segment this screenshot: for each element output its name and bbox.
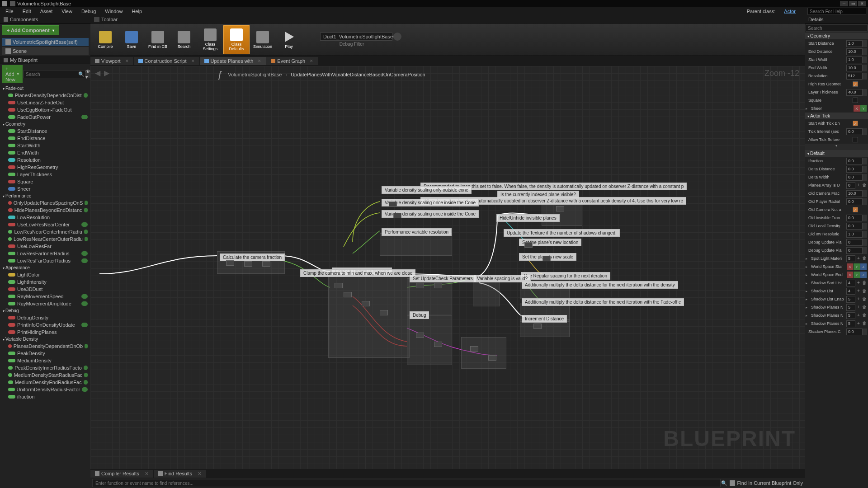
details-tab[interactable]: Details [805, 15, 868, 23]
details-value-input[interactable]: 0.0 [846, 198, 863, 205]
variable-item[interactable]: LowResNearCenterInnerRadiu [1, 228, 90, 235]
find-input[interactable] [92, 479, 721, 487]
spinner-icon[interactable] [863, 239, 867, 246]
tab-close-icon[interactable]: ✕ [310, 59, 313, 63]
variable-item[interactable]: OnlyUpdatePlanesSpacingOnS [1, 199, 90, 206]
variable-item[interactable]: EndWidth [1, 149, 90, 156]
var-visible-icon[interactable] [81, 251, 88, 256]
var-visible-icon[interactable] [84, 373, 88, 377]
var-visible-icon[interactable] [85, 344, 88, 348]
components-tab[interactable]: Components [0, 15, 90, 23]
find-search-icon[interactable]: 🔍 [721, 479, 728, 487]
spinner-icon[interactable] [863, 215, 867, 221]
window-minimize-icon[interactable]: ─ [840, 1, 848, 6]
myblueprint-search[interactable] [24, 70, 85, 78]
variable-item[interactable]: PeakDensity [1, 350, 90, 357]
var-visible-icon[interactable] [82, 387, 88, 392]
spinner-icon[interactable] [863, 231, 867, 238]
play-button[interactable]: Play [276, 25, 302, 54]
parent-class-link[interactable]: Actor [780, 8, 799, 15]
variable-item[interactable]: LowResNearCenterOuterRadiu [1, 235, 90, 243]
graph-tab[interactable]: Event Graph✕ [266, 57, 318, 65]
spinner-icon[interactable] [863, 128, 867, 135]
array-add-icon[interactable]: + [856, 313, 861, 318]
view-options-button[interactable]: 👁▾ [85, 70, 90, 78]
array-add-icon[interactable]: + [856, 305, 861, 310]
details-value-input[interactable]: 1.0 [846, 231, 863, 238]
details-value-input[interactable]: 0 [846, 247, 863, 254]
variable-item[interactable]: PlanesDensityDependentOnOb [1, 343, 90, 350]
compile-button[interactable]: Compile [92, 25, 118, 54]
array-add-icon[interactable]: + [856, 256, 861, 261]
variable-item[interactable]: PeakDensityInnerRadiusFacto [1, 364, 90, 371]
debug-filter-find-icon[interactable] [393, 33, 401, 41]
details-value-input[interactable]: 10.0 [846, 65, 863, 71]
expand-icon[interactable]: ▸ [806, 273, 807, 277]
array-empty-icon[interactable]: 🗑 [862, 296, 867, 302]
array-add-icon[interactable]: + [856, 280, 861, 286]
var-category[interactable]: Debug [1, 307, 90, 314]
window-close-icon[interactable]: ✕ [858, 1, 866, 6]
simulation-button[interactable]: Simulation [250, 25, 276, 54]
menu-help[interactable]: Help [128, 8, 146, 15]
details-value-input[interactable]: 10.0 [846, 190, 863, 197]
tab-close-icon[interactable]: ✕ [125, 59, 129, 63]
array-empty-icon[interactable]: 🗑 [862, 183, 867, 188]
expand-icon[interactable]: ▸ [806, 322, 807, 326]
variable-item[interactable]: MediumDensityEndRadiusFac [1, 379, 90, 386]
array-add-icon[interactable]: + [856, 296, 861, 302]
search-help-input[interactable] [807, 8, 866, 15]
graph-comment[interactable]: Performance variable resolution [382, 228, 452, 236]
variable-item[interactable]: HidePlanesBeyondEndDistanc [1, 206, 90, 214]
variable-item[interactable]: LowResFarInnerRadius [1, 250, 90, 257]
var-category[interactable]: Appearance [1, 264, 90, 271]
spinner-icon[interactable] [863, 89, 867, 96]
details-value-input[interactable]: 10.0 [846, 48, 863, 55]
variable-item[interactable]: MediumDensityStartRadiusFac [1, 371, 90, 379]
var-visible-icon[interactable] [84, 93, 88, 98]
window-restore-icon[interactable]: ▭ [849, 1, 857, 6]
array-empty-icon[interactable]: 🗑 [862, 256, 867, 261]
component-self[interactable]: VolumetricSpotlightBase(self) [2, 38, 89, 46]
variable-item[interactable]: StartWidth [1, 142, 90, 149]
variable-item[interactable]: DebugDensity [1, 314, 90, 321]
var-category[interactable]: Geometry [1, 121, 90, 127]
tab-close-icon[interactable]: ✕ [191, 59, 195, 63]
nav-forward-icon[interactable]: ▶ [104, 69, 109, 77]
var-visible-icon[interactable] [84, 366, 88, 370]
menu-edit[interactable]: Edit [19, 8, 35, 15]
details-tree[interactable]: GeometryStart Distance1.0End Distance10.… [805, 33, 868, 488]
x-button[interactable]: X [847, 272, 853, 278]
details-checkbox[interactable]: ✓ [853, 121, 858, 126]
myblueprint-tab[interactable]: My Blueprint [0, 56, 90, 64]
var-visible-icon[interactable] [81, 294, 88, 299]
search-button[interactable]: Search [171, 25, 197, 54]
details-value-input[interactable]: 0.0 [846, 223, 863, 230]
graph-tab[interactable]: Update Planes with✕ [200, 57, 266, 65]
details-value-input[interactable]: 0.0 [846, 174, 863, 181]
expand-icon[interactable]: ▸ [806, 314, 807, 318]
variable-item[interactable]: MediumDensity [1, 357, 90, 364]
graph-comment[interactable]: Variable density scaling only outside co… [382, 186, 472, 194]
details-checkbox[interactable] [853, 137, 858, 142]
debug-filter-select[interactable]: Duct1_VolumetricSpotlightBase [320, 33, 392, 41]
var-visible-icon[interactable] [84, 380, 88, 385]
array-add-icon[interactable]: + [856, 321, 861, 326]
spinner-icon[interactable] [863, 247, 867, 254]
details-value-input[interactable]: 0.0 [846, 328, 863, 335]
variable-item[interactable]: Sheer [1, 185, 90, 192]
details-value-input[interactable]: 0.0 [846, 158, 863, 164]
variable-item[interactable]: FadeOutPower [1, 113, 90, 121]
variable-item[interactable]: LayerThickness [1, 171, 90, 178]
variable-item[interactable]: UseLowResNearCenter [1, 221, 90, 228]
add-component-button[interactable]: + Add Component [2, 25, 59, 35]
menu-file[interactable]: File [2, 8, 17, 15]
graph-comment[interactable]: Additionally multiply the delta distance… [522, 281, 678, 289]
details-category[interactable]: Actor Tick [805, 113, 868, 119]
class-defaults-button[interactable]: Class Defaults [223, 25, 250, 54]
details-category[interactable]: Geometry [805, 33, 868, 39]
graph-comment[interactable]: Increment Distance [522, 315, 567, 323]
tab-close-icon[interactable]: ✕ [258, 59, 261, 63]
var-visible-icon[interactable] [81, 323, 88, 327]
expand-icon[interactable]: ▸ [806, 305, 807, 310]
